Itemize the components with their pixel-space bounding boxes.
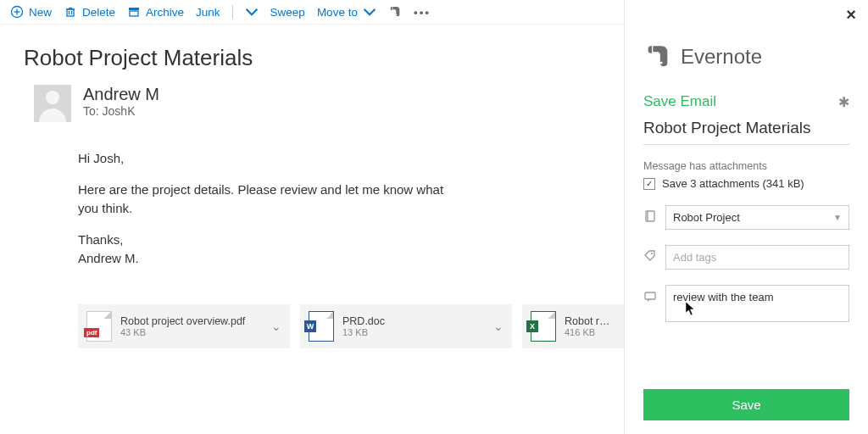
body-signoff: Andrew M. [78, 251, 139, 265]
save-email-heading: Save Email [643, 93, 716, 110]
dropdown-caret-icon[interactable]: ▼ [833, 213, 842, 222]
recipient-line: To: JoshK [83, 104, 159, 118]
to-name: JoshK [103, 104, 136, 118]
sender-name: Andrew M [83, 85, 159, 104]
comment-icon [643, 290, 657, 307]
sender-row: Andrew M To: JoshK [0, 81, 624, 134]
moveto-label: Move to [317, 6, 358, 19]
email-body: Hi Josh, Here are the project details. P… [0, 134, 475, 281]
checkbox-icon[interactable]: ✓ [643, 178, 655, 190]
chevron-down-icon [363, 5, 376, 19]
body-thanks: Thanks, [78, 232, 123, 247]
notebook-icon [643, 209, 657, 226]
archive-label: Archive [146, 6, 184, 19]
save-attachments-row[interactable]: ✓ Save 3 attachments (341 kB) [643, 177, 849, 190]
attachment-item[interactable]: pdf Robot project overview.pdf 43 KB ⌄ [78, 304, 290, 348]
attachment-size: 13 KB [342, 327, 485, 337]
svg-point-12 [651, 253, 653, 254]
delete-label: Delete [82, 6, 115, 19]
chevron-down-icon[interactable]: ⌄ [271, 320, 281, 333]
junk-label: Junk [196, 6, 220, 19]
attachments-row: pdf Robot project overview.pdf 43 KB ⌄ W… [0, 281, 624, 348]
attachment-item[interactable]: X Robot reve 416 KB [522, 304, 624, 348]
word-file-icon: W [309, 311, 334, 342]
archive-icon [127, 5, 141, 19]
body-greeting: Hi Josh, [78, 149, 451, 169]
more-actions-button[interactable]: ••• [414, 6, 431, 19]
attachment-size: 416 KB [565, 327, 615, 337]
cursor-icon [685, 301, 697, 316]
moveto-button[interactable]: Move to [317, 5, 376, 19]
svg-rect-9 [130, 11, 138, 16]
chevron-down-icon [245, 5, 259, 19]
delete-button[interactable]: Delete [64, 5, 115, 19]
attachment-name: Robot reve [565, 315, 615, 327]
sweep-label: Sweep [270, 6, 305, 19]
brand-name: Evernote [681, 45, 762, 69]
file-badge: X [526, 320, 538, 332]
evernote-elephant-icon [643, 42, 672, 71]
remark-field[interactable]: review with the team [643, 285, 849, 322]
pdf-file-icon: pdf [86, 311, 112, 342]
evernote-icon [388, 5, 402, 19]
tags-input[interactable]: Add tags [665, 245, 849, 270]
save-button[interactable]: Save [643, 389, 849, 420]
notebook-value: Robot Project [673, 211, 740, 224]
excel-file-icon: X [531, 311, 556, 342]
archive-button[interactable]: Archive [127, 5, 184, 19]
attachment-item[interactable]: W PRD.doc 13 KB ⌄ [300, 304, 512, 348]
svg-rect-13 [645, 292, 655, 299]
email-pane: New Delete Archive Junk Sweep Move to [0, 0, 624, 434]
junk-button[interactable]: Junk [196, 6, 220, 19]
sweep-button[interactable]: Sweep [270, 6, 305, 19]
gear-icon[interactable]: ✱ [838, 94, 849, 110]
notebook-field[interactable]: Robot Project ▼ [643, 205, 849, 230]
email-subject: Robot Project Materials [0, 25, 624, 81]
attachments-note: Message has attachments [643, 160, 849, 172]
body-main: Here are the project details. Please rev… [78, 181, 451, 219]
chevron-down-icon[interactable]: ⌄ [493, 320, 504, 333]
panel-subject: Robot Project Materials [643, 119, 849, 145]
remark-input[interactable]: review with the team [665, 285, 849, 322]
separator [232, 5, 233, 19]
plus-circle-icon [10, 5, 24, 19]
file-badge: W [304, 320, 316, 332]
new-label: New [29, 6, 52, 19]
attachment-name: Robot project overview.pdf [120, 315, 263, 327]
attachment-name: PRD.doc [342, 315, 485, 327]
body-closing: Thanks, Andrew M. [78, 231, 451, 269]
svg-rect-3 [67, 9, 74, 16]
trash-icon [64, 5, 77, 19]
tag-icon [643, 249, 657, 266]
close-icon[interactable]: × [846, 5, 856, 25]
avatar [34, 85, 71, 122]
new-button[interactable]: New [10, 5, 52, 19]
attachment-size: 43 KB [120, 327, 263, 337]
file-badge: pdf [84, 328, 99, 337]
to-prefix: To: [83, 104, 103, 118]
svg-rect-8 [129, 8, 139, 10]
tags-field[interactable]: Add tags [643, 245, 849, 270]
evernote-clip-button[interactable] [388, 5, 402, 19]
email-toolbar: New Delete Archive Junk Sweep Move to [0, 0, 624, 25]
evernote-brand: Evernote [643, 42, 849, 71]
save-attachments-label: Save 3 attachments (341 kB) [662, 177, 804, 190]
junk-dropdown[interactable] [245, 5, 259, 19]
evernote-panel: × Evernote Save Email ✱ Robot Project Ma… [624, 0, 868, 434]
